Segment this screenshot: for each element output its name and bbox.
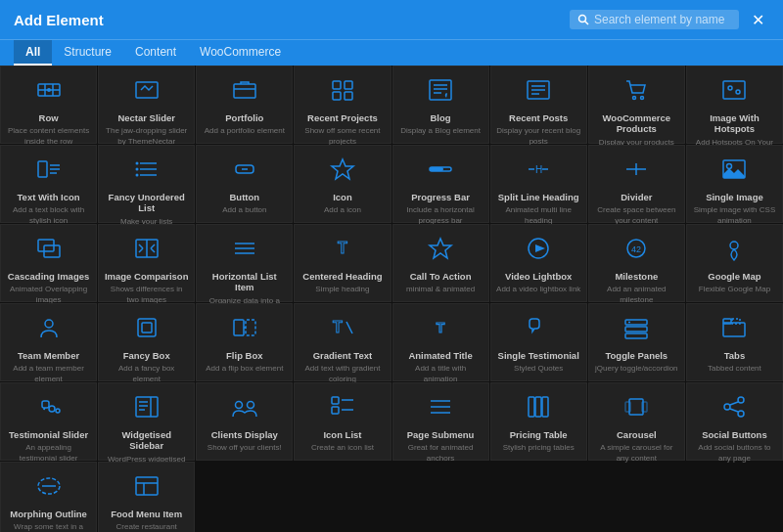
video-icon: [525, 235, 552, 266]
milestone-icon: 42: [622, 235, 650, 266]
svg-line-104: [730, 409, 738, 412]
pricing-icon: [525, 393, 552, 424]
element-item-iconlist[interactable]: Icon ListCreate an icon list: [294, 382, 391, 461]
slider-icon: [133, 76, 161, 108]
svg-rect-14: [430, 80, 451, 100]
button-icon: [231, 155, 258, 187]
svg-rect-7: [136, 82, 158, 98]
element-item-blog[interactable]: BlogDisplay a Blog element: [392, 66, 489, 144]
tab-structure[interactable]: Structure: [52, 40, 123, 66]
element-item-heading[interactable]: HSplit Line HeadingAnimated multi line h…: [490, 145, 587, 223]
element-desc: A simple carousel for any content: [594, 443, 679, 464]
element-item-toggle[interactable]: Toggle PanelsjQuery toggle/accordion: [588, 303, 685, 381]
search-input[interactable]: [594, 13, 731, 26]
element-item-divider[interactable]: DividerCreate space between your content: [588, 145, 685, 223]
element-desc: Tabbed content: [708, 364, 761, 374]
svg-point-86: [247, 402, 253, 409]
element-name: Team Member: [18, 350, 79, 361]
element-item-team[interactable]: Team MemberAdd a team member element: [0, 303, 97, 381]
element-item-cta[interactable]: Call To Actionminimal & animated: [392, 224, 489, 302]
element-item-morphing[interactable]: Morphing OutlineWrap some text in a uniq…: [0, 462, 97, 532]
element-item-hlist[interactable]: Horizontal List ItemOrganize data into a…: [196, 224, 293, 302]
element-item-food[interactable]: Food Menu ItemCreate restaurant menus: [98, 462, 195, 532]
element-item-button[interactable]: ButtonAdd a button: [196, 145, 293, 223]
element-name: Single Testimonial: [498, 350, 579, 361]
header-right: ✕: [570, 9, 769, 31]
element-name: WooCommerce Products: [594, 112, 679, 135]
element-item-clients[interactable]: Clients DisplayShow off your clients!: [196, 382, 293, 461]
svg-rect-80: [136, 397, 158, 417]
element-name: Divider: [621, 192, 652, 202]
svg-rect-94: [529, 397, 534, 417]
element-item-testimonial[interactable]: Single TestimonialStyled Quotes: [490, 303, 587, 381]
social-icon: [720, 393, 748, 424]
element-desc: Add a button: [222, 205, 266, 215]
element-item-projects[interactable]: Recent ProjectsShow off some recent proj…: [294, 66, 391, 144]
element-item-list[interactable]: Fancy Unordered ListMake your lists appe…: [98, 145, 195, 223]
svg-rect-12: [333, 92, 341, 100]
element-desc: Add a video lightbox link: [496, 285, 580, 294]
element-item-cascading[interactable]: Cascading ImagesAnimated Overlapping ima…: [0, 224, 97, 302]
element-item-pricing[interactable]: Pricing TableStylish pricing tables: [490, 382, 587, 461]
element-item-fancybox[interactable]: Fancy BoxAdd a fancy box element: [98, 303, 195, 381]
element-item-carousel[interactable]: CarouselA simple carousel for any conten…: [588, 382, 685, 461]
testimonial-icon: [525, 314, 552, 345]
posts-icon: [525, 76, 552, 108]
tab-content[interactable]: Content: [123, 40, 188, 66]
element-item-image[interactable]: Single ImageSimple image with CSS animat…: [686, 145, 783, 223]
element-desc: Styled Quotes: [514, 364, 563, 374]
element-name: Split Line Heading: [498, 192, 579, 202]
close-button[interactable]: ✕: [747, 9, 769, 31]
projects-icon: [329, 76, 356, 108]
element-item-animtitle[interactable]: TAnimated TitleAdd a title with animatio…: [392, 303, 489, 381]
svg-point-78: [49, 406, 55, 412]
element-item-text-icon[interactable]: Text With IconAdd a text block with styl…: [0, 145, 97, 223]
tab-all[interactable]: All: [14, 40, 52, 66]
tabs-bar: AllStructureContentWooCommerce: [0, 39, 783, 66]
element-item-flipbox[interactable]: Flip BoxAdd a flip box element: [196, 303, 293, 381]
header-title: Add Element: [14, 12, 104, 28]
list-icon: [133, 155, 161, 187]
element-item-hotspots[interactable]: Image With HotspotsAdd Hotspots On Your …: [686, 66, 783, 144]
element-name: Flip Box: [226, 350, 262, 361]
compare-icon: [133, 235, 161, 266]
toggle-icon: [622, 314, 650, 345]
svg-point-26: [736, 90, 740, 94]
element-item-icon[interactable]: IconAdd a icon: [294, 145, 391, 223]
element-item-centered[interactable]: TCentered HeadingSimple heading: [294, 224, 391, 302]
animtitle-icon: T: [427, 314, 454, 345]
tab-woocommerce[interactable]: WooCommerce: [188, 40, 293, 66]
element-item-slider[interactable]: Nectar SliderThe jaw-dropping slider by …: [98, 66, 195, 144]
element-item-testslider[interactable]: Testimonial SliderAn appealing testimoni…: [0, 382, 97, 461]
element-desc: Add a portfolio element: [205, 126, 285, 136]
element-item-portfolio[interactable]: PortfolioAdd a portfolio element: [196, 66, 293, 144]
element-item-compare[interactable]: Image ComparisonShows differences in two…: [98, 224, 195, 302]
element-item-submenu[interactable]: Page SubmenuGreat for animated anchors: [392, 382, 489, 461]
element-name: Clients Display: [211, 429, 278, 440]
svg-point-62: [730, 242, 738, 249]
svg-point-25: [728, 86, 732, 90]
flipbox-icon: [231, 314, 258, 345]
hlist-icon: [231, 235, 258, 266]
element-name: Video Lightbox: [505, 271, 572, 282]
element-item-progress[interactable]: Progress BarInclude a horizontal progres…: [392, 145, 489, 223]
svg-rect-88: [332, 407, 339, 414]
element-item-milestone[interactable]: 42MilestoneAdd an animated milestone: [588, 224, 685, 302]
element-item-video[interactable]: Video LightboxAdd a video lightbox link: [490, 224, 587, 302]
element-item-posts[interactable]: Recent PostsDisplay your recent blog pos…: [490, 66, 587, 144]
svg-rect-72: [625, 327, 647, 332]
element-name: Testimonial Slider: [9, 429, 88, 440]
element-item-social[interactable]: Social ButtonsAdd social buttons to any …: [686, 382, 783, 461]
svg-rect-95: [535, 397, 541, 417]
element-desc: Create an icon list: [311, 443, 374, 453]
element-item-sidebar[interactable]: Widgetised SidebarWordPress widgetised s…: [98, 382, 195, 461]
element-item-map[interactable]: Google MapFlexible Google Map: [686, 224, 783, 302]
element-item-cart[interactable]: WooCommerce ProductsDisplay your product…: [588, 66, 685, 144]
element-item-tabs[interactable]: TabsTabbed content: [686, 303, 783, 381]
element-name: Nectar Slider: [117, 112, 175, 123]
element-item-row[interactable]: RowPlace content elements inside the row: [0, 66, 97, 144]
element-name: Food Menu Item: [111, 509, 182, 519]
element-item-gradient[interactable]: TGradient TextAdd text with gradient col…: [294, 303, 391, 381]
svg-line-69: [346, 322, 352, 333]
element-name: Blog: [431, 112, 451, 123]
